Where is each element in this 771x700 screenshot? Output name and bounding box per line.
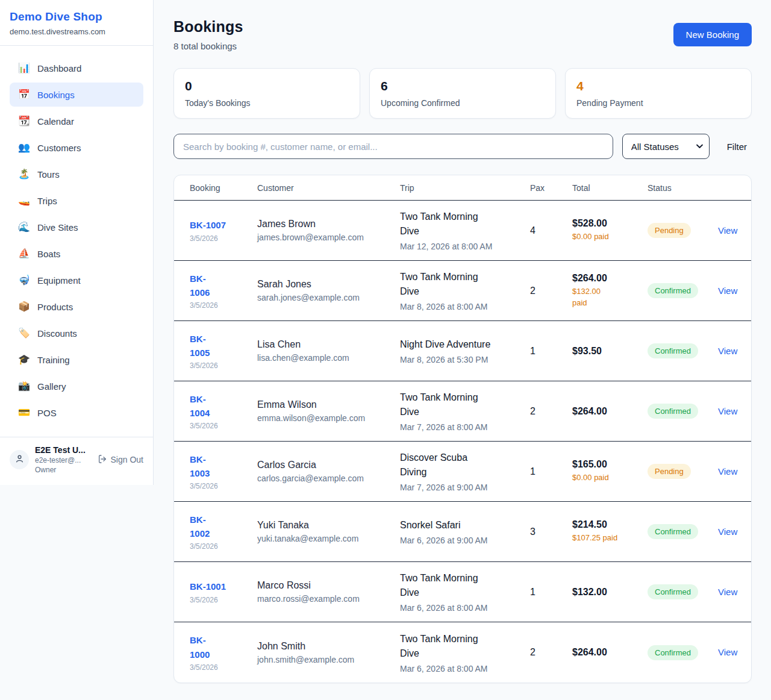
- sidebar-item-label: Products: [37, 302, 73, 312]
- table-row: BK- 1004 3/5/2026 Emma Wilson emma.wilso…: [174, 381, 751, 442]
- column-header-status: Status: [648, 183, 718, 193]
- status-cell: Pending: [648, 464, 718, 479]
- trip-time: Mar 12, 2026 at 8:00 AM: [400, 242, 530, 251]
- sign-out-button[interactable]: Sign Out: [98, 454, 143, 466]
- sidebar-item-training[interactable]: 🎓 Training: [10, 348, 143, 372]
- search-input[interactable]: [173, 134, 613, 159]
- gallery-icon: 📸: [18, 381, 30, 391]
- stat-value: 4: [576, 79, 740, 93]
- booking-date: 3/5/2026: [190, 422, 257, 430]
- customer-cell: Lisa Chen lisa.chen@example.com: [257, 339, 400, 363]
- total-amount: $93.50: [572, 346, 648, 357]
- customer-cell: Sarah Jones sarah.jones@example.com: [257, 279, 400, 302]
- customer-cell: James Brown james.brown@example.com: [257, 219, 400, 242]
- sidebar-item-pos[interactable]: 💳 POS: [10, 401, 143, 425]
- sidebar-item-customers[interactable]: 👥 Customers: [10, 136, 143, 160]
- tours-icon: 🏝️: [18, 169, 30, 179]
- stat-card-upcoming-confirmed: 6Upcoming Confirmed: [369, 68, 556, 119]
- sidebar-item-discounts[interactable]: 🏷️ Discounts: [10, 321, 143, 345]
- sidebar-item-gallery[interactable]: 📸 Gallery: [10, 374, 143, 398]
- trip-name: Snorkel Safari: [400, 518, 530, 533]
- table-row: BK- 1003 3/5/2026 Carlos Garcia carlos.g…: [174, 442, 751, 502]
- total-amount: $132.00: [572, 587, 648, 598]
- total-cell: $165.00 $0.00 paid: [572, 459, 648, 484]
- status-cell: Confirmed: [648, 343, 718, 358]
- booking-date: 3/5/2026: [190, 596, 257, 604]
- action-cell: View: [718, 466, 737, 477]
- filter-row: All Statuses Filter: [173, 134, 752, 159]
- action-cell: View: [718, 647, 737, 658]
- status-cell: Confirmed: [648, 404, 718, 419]
- trip-time: Mar 6, 2026 at 9:00 AM: [400, 536, 530, 545]
- sidebar-item-trips[interactable]: 🚤 Trips: [10, 189, 143, 213]
- booking-cell: BK-1001 3/5/2026: [190, 580, 257, 604]
- new-booking-button[interactable]: New Booking: [673, 23, 752, 46]
- trip-name: Discover Scuba Diving: [400, 451, 530, 480]
- stat-label: Upcoming Confirmed: [381, 98, 545, 108]
- customer-name: Lisa Chen: [257, 339, 400, 350]
- booking-id-link[interactable]: BK- 1004: [190, 392, 257, 420]
- total-amount: $264.00: [572, 273, 648, 284]
- pax-value: 3: [530, 527, 572, 537]
- sidebar-item-tours[interactable]: 🏝️ Tours: [10, 162, 143, 186]
- filter-button[interactable]: Filter: [719, 142, 752, 152]
- total-amount: $214.50: [572, 519, 648, 530]
- total-cell: $93.50: [572, 346, 648, 357]
- booking-id-link[interactable]: BK- 1000: [190, 633, 257, 661]
- sidebar-item-equipment[interactable]: 🤿 Equipment: [10, 268, 143, 292]
- user-role: Owner: [35, 466, 92, 474]
- booking-date: 3/5/2026: [190, 301, 257, 310]
- trip-cell: Two Tank Morning Dive Mar 12, 2026 at 8:…: [400, 210, 530, 251]
- stat-card-today-s-bookings: 0Today's Bookings: [173, 68, 360, 119]
- table-body: BK-1007 3/5/2026 James Brown james.brown…: [174, 201, 751, 683]
- customer-email: lisa.chen@example.com: [257, 353, 400, 363]
- sidebar-item-dashboard[interactable]: 📊 Dashboard: [10, 56, 143, 80]
- booking-id-link[interactable]: BK-1001: [190, 580, 257, 593]
- paid-amount: $0.00 paid: [572, 472, 648, 484]
- view-link[interactable]: View: [718, 527, 737, 537]
- paid-amount: $132.00 paid: [572, 286, 648, 309]
- sidebar-item-boats[interactable]: ⛵ Boats: [10, 242, 143, 266]
- total-amount: $264.00: [572, 406, 648, 417]
- pos-icon: 💳: [18, 408, 30, 417]
- booking-id-link[interactable]: BK- 1003: [190, 452, 257, 481]
- view-link[interactable]: View: [718, 346, 737, 356]
- status-badge: Confirmed: [648, 584, 698, 599]
- sidebar-item-products[interactable]: 📦 Products: [10, 295, 143, 319]
- calendar-icon: 📆: [18, 116, 30, 126]
- view-link[interactable]: View: [718, 225, 737, 236]
- paid-amount: $0.00 paid: [572, 231, 648, 243]
- trip-time: Mar 8, 2026 at 5:30 PM: [400, 355, 530, 364]
- pax-value: 2: [530, 647, 572, 658]
- sidebar-item-bookings[interactable]: 📅 Bookings: [10, 83, 143, 107]
- sidebar-item-dive-sites[interactable]: 🌊 Dive Sites: [10, 215, 143, 239]
- status-cell: Confirmed: [648, 283, 718, 298]
- booking-id-link[interactable]: BK- 1006: [190, 272, 257, 300]
- view-link[interactable]: View: [718, 587, 737, 597]
- status-filter-select[interactable]: All Statuses: [622, 134, 710, 159]
- stat-card-pending-payment: 4Pending Payment: [565, 68, 752, 119]
- sidebar: Demo Dive Shop demo.test.divestreams.com…: [0, 0, 154, 485]
- sidebar-item-label: Calendar: [37, 116, 74, 127]
- boats-icon: ⛵: [18, 249, 30, 258]
- stat-label: Today's Bookings: [185, 98, 349, 108]
- user-name: E2E Test U...: [35, 445, 92, 455]
- stat-label: Pending Payment: [576, 98, 740, 108]
- status-badge: Confirmed: [648, 404, 698, 419]
- booking-id-link[interactable]: BK-1007: [190, 218, 257, 232]
- main-content: Bookings 8 total bookings New Booking 0T…: [154, 0, 771, 700]
- view-link[interactable]: View: [718, 406, 737, 416]
- view-link[interactable]: View: [718, 466, 737, 477]
- products-icon: 📦: [18, 302, 30, 311]
- view-link[interactable]: View: [718, 286, 737, 296]
- action-cell: View: [718, 406, 737, 417]
- customer-email: carlos.garcia@example.com: [257, 473, 400, 483]
- booking-id-link[interactable]: BK- 1002: [190, 513, 257, 541]
- customer-cell: Carlos Garcia carlos.garcia@example.com: [257, 460, 400, 483]
- view-link[interactable]: View: [718, 647, 737, 657]
- action-cell: View: [718, 527, 737, 537]
- sidebar-item-calendar[interactable]: 📆 Calendar: [10, 109, 143, 133]
- booking-cell: BK-1007 3/5/2026: [190, 218, 257, 242]
- table-row: BK- 1002 3/5/2026 Yuki Tanaka yuki.tanak…: [174, 502, 751, 562]
- booking-id-link[interactable]: BK- 1005: [190, 332, 257, 360]
